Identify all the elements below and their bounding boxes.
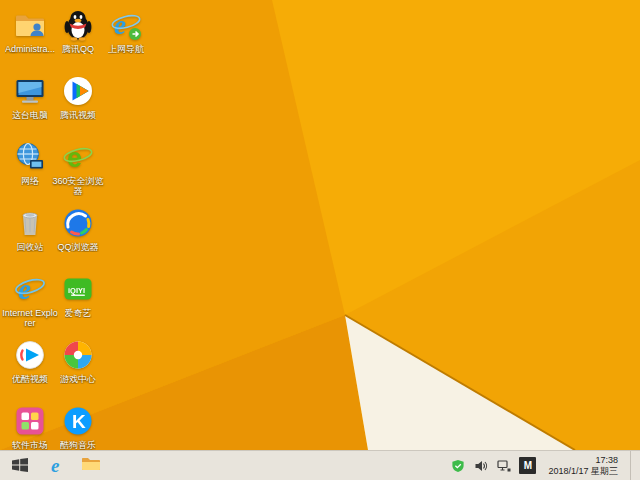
iqiyi-icon: iQIYI: [61, 272, 95, 306]
desktop-icon-label: 上网导航: [108, 44, 144, 54]
clock-time: 17:38: [595, 455, 618, 466]
desktop-icon-label: 网络: [21, 176, 39, 186]
clock-date: 2018/1/17 星期三: [548, 466, 618, 477]
desktop-icon-web-navigation[interactable]: e 上网导航: [98, 8, 154, 54]
taskbar-explorer-button[interactable]: [70, 451, 112, 480]
desktop-icon-label: 360安全浏览器: [50, 176, 106, 196]
desktop-icon-360-browser[interactable]: e 360安全浏览器: [50, 140, 106, 196]
svg-text:e: e: [67, 143, 82, 173]
kugou-k-icon: K: [61, 404, 95, 438]
start-button[interactable]: [0, 451, 40, 480]
desktop-icon-qq-browser[interactable]: QQ浏览器: [50, 206, 106, 252]
svg-text:K: K: [72, 411, 86, 432]
volume-icon[interactable]: [473, 458, 488, 473]
desktop-icon-label: 酷狗音乐: [60, 440, 96, 450]
windows-logo-icon: [11, 457, 29, 475]
desktop-icon-label: QQ浏览器: [57, 242, 98, 252]
desktop-icon-label: 爱奇艺: [65, 308, 92, 318]
desktop-icon-kugou-music[interactable]: K 酷狗音乐: [50, 404, 106, 450]
desktop-icon-label: 回收站: [17, 242, 44, 252]
green-e-browser-icon: e: [61, 140, 95, 174]
desktop-icon-label: 腾讯QQ: [62, 44, 94, 54]
system-tray: M 17:38 2018/1/17 星期三: [450, 451, 640, 480]
input-method-indicator[interactable]: M: [519, 457, 536, 474]
swirl-browser-icon: [61, 206, 95, 240]
ie-icon: e: [13, 272, 47, 306]
ie-icon: e: [51, 456, 59, 475]
browser-e-nav-icon: e: [109, 8, 143, 42]
network-icon[interactable]: [496, 458, 511, 473]
svg-text:e: e: [114, 10, 126, 40]
taskbar-left: e: [0, 451, 112, 480]
recycle-bin-icon: [13, 206, 47, 240]
desktop-icon-label: 游戏中心: [60, 374, 96, 384]
show-desktop-button[interactable]: [630, 451, 637, 480]
youku-play-icon: [13, 338, 47, 372]
antivirus-tray-icon[interactable]: [450, 458, 465, 473]
pinwheel-game-icon: [61, 338, 95, 372]
taskbar: e: [0, 450, 640, 480]
taskbar-clock[interactable]: 17:38 2018/1/17 星期三: [544, 451, 622, 480]
qq-penguin-icon: [61, 8, 95, 42]
desktop-icon-iqiyi[interactable]: iQIYI 爱奇艺: [50, 272, 106, 318]
desktop-icon-label: 这台电脑: [12, 110, 48, 120]
desktop: Administra... 腾讯QQ e: [0, 0, 640, 480]
app-grid-icon: [13, 404, 47, 438]
svg-text:iQIYI: iQIYI: [68, 286, 85, 295]
computer-icon: [13, 74, 47, 108]
desktop-icon-label: 软件市场: [12, 440, 48, 450]
desktop-icon-tencent-video[interactable]: 腾讯视频: [50, 74, 106, 120]
desktop-icon-label: 腾讯视频: [60, 110, 96, 120]
desktop-icon-label: 优酷视频: [12, 374, 48, 384]
folder-icon: [81, 456, 101, 475]
taskbar-ie-button[interactable]: e: [40, 451, 70, 480]
desktop-icon-label: Administra...: [5, 44, 55, 54]
user-folder-icon: [13, 8, 47, 42]
svg-text:e: e: [18, 273, 31, 305]
globe-network-icon: [13, 140, 47, 174]
play-button-icon: [61, 74, 95, 108]
desktop-icon-game-center[interactable]: 游戏中心: [50, 338, 106, 384]
